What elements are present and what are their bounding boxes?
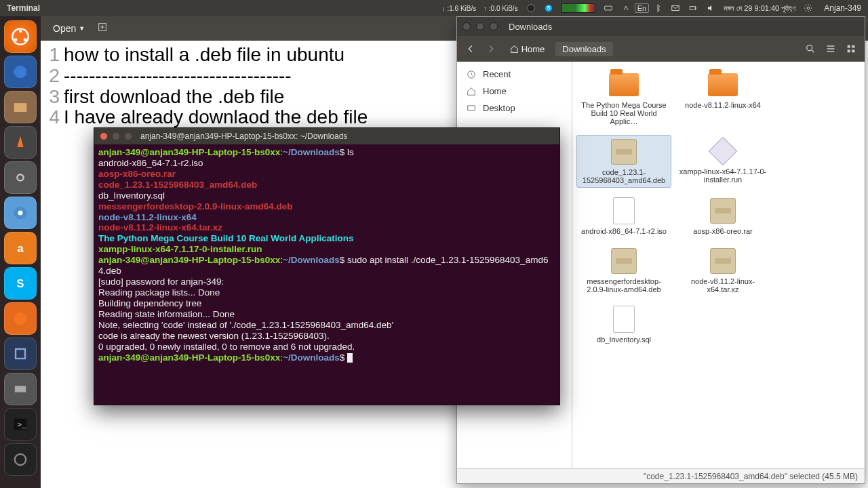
thunderbird-icon[interactable]	[4, 56, 37, 88]
terminal-titlebar[interactable]: anjan-349@anjan349-HP-Laptop-15-bs0xx: ~…	[94, 128, 559, 144]
new-tab-button[interactable]	[97, 22, 108, 35]
search-icon[interactable]	[802, 41, 818, 57]
file-label: xampp-linux-x64-7.1.17-0-installer.run	[678, 167, 768, 184]
file-label: node-v8.11.2-linux-x64.tar.xz	[678, 277, 768, 293]
mail-icon[interactable]	[667, 3, 684, 13]
panel-app-title: Terminal	[0, 3, 47, 13]
sidebar-item-recent[interactable]: Recent	[457, 66, 572, 83]
skype-icon[interactable]: S	[540, 3, 557, 13]
keyboard-icon[interactable]	[599, 3, 617, 13]
svg-point-14	[17, 174, 23, 180]
open-button[interactable]: Open▼	[47, 20, 90, 37]
file-item[interactable]: The Python Mega Course Build 10 Real Wor…	[576, 68, 671, 128]
file-grid[interactable]: The Python Mega Course Build 10 Real Wor…	[572, 62, 865, 468]
file-item[interactable]: code_1.23.1-1525968403_amd64.deb	[576, 135, 671, 188]
svg-rect-20	[16, 349, 25, 359]
file-label: android-x86_64-7.1-r2.iso	[581, 227, 667, 235]
terminal-window: anjan-349@anjan349-HP-Laptop-15-bs0xx: ~…	[94, 127, 560, 405]
file-item[interactable]: db_Inventory.sql	[576, 303, 671, 346]
dash-icon[interactable]	[4, 20, 37, 53]
vlc-icon[interactable]	[4, 126, 37, 159]
file-item[interactable]: android-x86_64-7.1-r2.iso	[576, 195, 671, 238]
firefox-icon[interactable]	[4, 302, 37, 335]
file-label: db_Inventory.sql	[597, 336, 651, 344]
svg-point-24	[15, 454, 26, 465]
sidebar-item-home[interactable]: Home	[457, 83, 572, 100]
file-item[interactable]: messengerfordesktop-2.0.9-linux-amd64.de…	[576, 245, 671, 296]
terminal-icon[interactable]: >_	[4, 408, 37, 441]
network-icon[interactable]	[617, 3, 635, 13]
file-item[interactable]: xampp-linux-x64-7.1.17-0-installer.run	[675, 135, 770, 188]
close-button[interactable]	[462, 22, 471, 30]
svg-rect-28	[852, 45, 854, 48]
svg-point-11	[24, 38, 27, 41]
svg-text:>_: >_	[17, 420, 26, 428]
svg-point-19	[14, 312, 27, 325]
unity-launcher: a S >_	[0, 16, 41, 488]
file-label: messengerfordesktop-2.0.9-linux-amd64.de…	[579, 277, 669, 293]
svg-rect-5	[690, 7, 695, 10]
breadcrumb-home[interactable]: Home	[503, 42, 551, 56]
grid-view-icon[interactable]	[843, 41, 859, 57]
settings-icon[interactable]	[4, 161, 37, 194]
file-item[interactable]: node-v8.11.2-linux-x64.tar.xz	[675, 245, 770, 296]
file-label: node-v8.11.2-linux-x64	[685, 101, 761, 109]
sidebar-item-desktop[interactable]: Desktop	[457, 100, 572, 117]
terminal-minimize-button[interactable]	[112, 132, 120, 140]
status-bar: "code_1.23.1-1525968403_amd64.deb" selec…	[457, 468, 865, 483]
file-item[interactable]: aosp-x86-oreo.rar	[675, 195, 770, 238]
svg-point-0	[527, 5, 534, 12]
list-view-icon[interactable]	[823, 41, 839, 57]
file-item[interactable]: node-v8.11.2-linux-x64	[675, 68, 770, 128]
external-drive-icon[interactable]	[4, 373, 37, 405]
network-speed-indicator[interactable]: ↓ :1.6 KiB/s ↑ :0.0 KiB/s	[438, 5, 522, 12]
clock[interactable]: মঙ্গল মে 29 9:01:40 পূর্বাহ্ণ	[719, 4, 800, 13]
svg-rect-32	[468, 105, 475, 110]
back-button[interactable]	[462, 41, 479, 57]
svg-rect-6	[696, 7, 696, 9]
obs-launcher-icon[interactable]	[4, 443, 37, 476]
amazon-icon[interactable]: a	[4, 232, 37, 264]
skype-launcher-icon[interactable]: S	[4, 267, 37, 300]
file-label: code_1.23.1-1525968403_amd64.deb	[580, 168, 668, 184]
file-manager-toolbar: Home Downloads	[457, 36, 865, 62]
chromium-icon[interactable]	[4, 197, 37, 229]
svg-point-9	[19, 30, 22, 33]
virtualbox-icon[interactable]	[4, 338, 37, 370]
maximize-button[interactable]	[490, 22, 498, 30]
terminal-maximize-button[interactable]	[124, 132, 132, 140]
svg-point-7	[808, 7, 810, 9]
terminal-body[interactable]: anjan-349@anjan349-HP-Laptop-15-bs0xx:~/…	[94, 144, 559, 405]
obs-icon[interactable]	[522, 3, 540, 13]
svg-point-10	[14, 38, 18, 41]
file-label: aosp-x86-oreo.rar	[693, 227, 752, 235]
svg-point-12	[14, 66, 27, 79]
window-title: Downloads	[509, 22, 552, 32]
svg-text:a: a	[17, 242, 24, 254]
svg-rect-13	[14, 103, 27, 112]
volume-icon[interactable]	[702, 3, 719, 13]
svg-rect-3	[604, 6, 612, 10]
battery-icon[interactable]	[684, 3, 702, 13]
bluetooth-icon[interactable]	[649, 3, 667, 13]
file-manager-titlebar[interactable]: Downloads	[457, 17, 865, 36]
cpu-graph[interactable]	[557, 3, 599, 13]
svg-text:S: S	[17, 277, 24, 289]
user-menu[interactable]: Anjan-349	[817, 3, 868, 13]
svg-point-26	[807, 45, 812, 51]
breadcrumb-downloads[interactable]: Downloads	[555, 42, 612, 56]
svg-rect-29	[848, 49, 850, 52]
terminal-title-text: anjan-349@anjan349-HP-Laptop-15-bs0xx: ~…	[140, 131, 347, 141]
svg-point-16	[18, 211, 23, 216]
svg-text:S: S	[547, 5, 550, 10]
svg-rect-27	[848, 45, 850, 48]
file-label: The Python Mega Course Build 10 Real Wor…	[579, 101, 669, 125]
terminal-close-button[interactable]	[100, 132, 108, 140]
svg-rect-21	[15, 386, 26, 392]
language-indicator[interactable]: En	[635, 3, 649, 13]
gear-icon[interactable]	[800, 3, 817, 13]
forward-button[interactable]	[483, 41, 499, 57]
top-panel: Terminal ↓ :1.6 KiB/s ↑ :0.0 KiB/s S En …	[0, 0, 868, 16]
files-icon[interactable]	[4, 91, 37, 123]
minimize-button[interactable]	[476, 22, 484, 30]
